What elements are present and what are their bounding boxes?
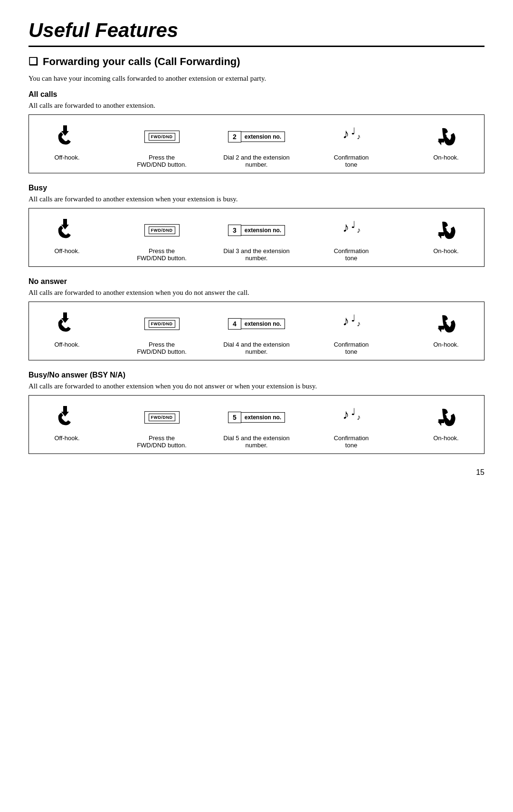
onhook-icon-4	[434, 403, 458, 432]
section-icon: ❑	[28, 56, 38, 68]
svg-text:♪: ♪	[357, 226, 361, 234]
step-dial-4: 5 extension no. Dial 5 and the extension…	[223, 403, 290, 449]
onhook-icon-3	[434, 310, 458, 338]
onhook-label-1: On-hook.	[433, 154, 458, 161]
fwddnd-label-2: Press theFWD/DND button.	[137, 247, 187, 262]
offhook-icon-2	[55, 216, 79, 245]
no-answer-section: No answer All calls are forwarded to ano…	[28, 277, 484, 360]
svg-text:♪: ♪	[342, 220, 349, 235]
bsy-na-section: Busy/No answer (BSY N/A) All calls are f…	[28, 371, 484, 454]
onhook-icon-2	[434, 216, 458, 245]
conftone-icon-2: ♪ ♩ ♪	[339, 216, 364, 245]
busy-section: Busy All calls are forwarded to another …	[28, 184, 484, 267]
conftone-icon-4: ♪ ♩ ♪	[339, 403, 364, 432]
step-fwddnd-3: FWD/DND Press theFWD/DND button.	[129, 310, 195, 355]
main-section-heading: ❑ Forwarding your calls (Call Forwarding…	[28, 56, 484, 68]
fwddnd-icon-4: FWD/DND	[144, 403, 180, 432]
svg-marker-4	[437, 139, 444, 145]
busy-diagram: Off-hook. FWD/DND Press theFWD/DND butto…	[28, 208, 484, 267]
step-fwddnd-2: FWD/DND Press theFWD/DND button.	[129, 216, 195, 262]
ext-label-1: extension no.	[241, 132, 285, 142]
all-calls-diagram: Off-hook. FWD/DND Press theFWD/DND butto…	[28, 114, 484, 173]
svg-text:♪: ♪	[357, 320, 361, 328]
svg-text:♩: ♩	[351, 219, 355, 230]
offhook-label-4: Off-hook.	[54, 434, 79, 442]
offhook-icon-1	[55, 123, 79, 151]
fwddnd-label-1: Press theFWD/DND button.	[137, 154, 187, 168]
step-fwddnd-4: FWD/DND Press theFWD/DND button.	[129, 403, 195, 449]
step-onhook-2: On-hook.	[413, 216, 479, 255]
bsy-na-desc: All calls are forwarded to another exten…	[28, 382, 484, 390]
conftone-icon-3: ♪ ♩ ♪	[339, 310, 364, 338]
step-fwddnd-1: FWD/DND Press theFWD/DND button.	[129, 123, 195, 168]
busy-heading: Busy	[28, 184, 484, 192]
no-answer-heading: No answer	[28, 277, 484, 286]
bsy-na-diagram: Off-hook. FWD/DND Press theFWD/DND butto…	[28, 395, 484, 454]
svg-text:♪: ♪	[342, 407, 349, 422]
svg-text:♩: ♩	[351, 313, 355, 323]
step-dial-1: 2 extension no. Dial 2 and the extension…	[223, 123, 290, 168]
ext-label-4: extension no.	[241, 412, 285, 423]
dial-label-3: Dial 4 and the extensionnumber.	[223, 341, 289, 355]
dial-icon-1: 2 extension no.	[228, 123, 285, 151]
dial-number-2: 3	[228, 225, 241, 236]
step-offhook-4: Off-hook.	[34, 403, 100, 442]
svg-text:♩: ♩	[351, 406, 355, 417]
dial-icon-3: 4 extension no.	[228, 310, 285, 338]
onhook-label-4: On-hook.	[433, 434, 458, 442]
dial-number-4: 5	[228, 412, 241, 423]
all-calls-desc: All calls are forwarded to another exten…	[28, 102, 484, 110]
fwddnd-label-4: Press theFWD/DND button.	[137, 434, 187, 449]
bsy-na-heading: Busy/No answer (BSY N/A)	[28, 371, 484, 379]
intro-text: You can have your incoming calls forward…	[28, 75, 484, 83]
page-number: 15	[28, 468, 484, 477]
svg-text:♪: ♪	[357, 413, 361, 421]
fwddnd-text-1: FWD/DND	[149, 133, 175, 141]
offhook-icon-3	[55, 310, 79, 338]
main-heading-text: Forwarding your calls (Call Forwarding)	[43, 56, 240, 68]
svg-marker-9	[437, 232, 444, 239]
dial-icon-4: 5 extension no.	[228, 403, 285, 432]
dial-icon-2: 3 extension no.	[228, 216, 285, 245]
onhook-label-3: On-hook.	[433, 341, 458, 348]
offhook-label-1: Off-hook.	[54, 154, 79, 161]
title-rule	[28, 46, 484, 47]
step-dial-2: 3 extension no. Dial 3 and the extension…	[223, 216, 290, 262]
step-onhook-1: On-hook.	[413, 123, 479, 161]
step-dial-3: 4 extension no. Dial 4 and the extension…	[223, 310, 290, 355]
fwddnd-label-3: Press theFWD/DND button.	[137, 341, 187, 355]
page-wrapper: Useful Features ❑ Forwarding your calls …	[28, 19, 484, 477]
all-calls-section: All calls All calls are forwarded to ano…	[28, 90, 484, 173]
dial-label-1: Dial 2 and the extensionnumber.	[223, 154, 289, 168]
svg-marker-19	[437, 419, 444, 426]
step-offhook-2: Off-hook.	[34, 216, 100, 255]
offhook-label-3: Off-hook.	[54, 341, 79, 348]
no-answer-diagram: Off-hook. FWD/DND Press theFWD/DND butto…	[28, 302, 484, 360]
svg-text:♪: ♪	[342, 313, 349, 328]
conftone-label-2: Confirmationtone	[334, 247, 369, 262]
no-answer-desc: All calls are forwarded to another exten…	[28, 289, 484, 297]
conftone-label-1: Confirmationtone	[334, 154, 369, 168]
page-title: Useful Features	[28, 19, 484, 42]
conftone-label-4: Confirmationtone	[334, 434, 369, 449]
ext-label-3: extension no.	[241, 319, 285, 329]
svg-text:♪: ♪	[342, 126, 349, 141]
ext-label-2: extension no.	[241, 225, 285, 236]
step-onhook-3: On-hook.	[413, 310, 479, 348]
offhook-label-2: Off-hook.	[54, 247, 79, 255]
fwddnd-icon-1: FWD/DND	[144, 123, 180, 151]
onhook-label-2: On-hook.	[433, 247, 458, 255]
conftone-label-3: Confirmationtone	[334, 341, 369, 355]
step-offhook-3: Off-hook.	[34, 310, 100, 348]
conftone-icon-1: ♪ ♩ ♪	[339, 123, 364, 151]
step-offhook-1: Off-hook.	[34, 123, 100, 161]
all-calls-heading: All calls	[28, 90, 484, 99]
svg-text:♩: ♩	[351, 126, 355, 136]
dial-label-2: Dial 3 and the extensionnumber.	[223, 247, 289, 262]
offhook-icon-4	[55, 403, 79, 432]
fwddnd-icon-2: FWD/DND	[144, 216, 180, 245]
fwddnd-icon-3: FWD/DND	[144, 310, 180, 338]
svg-marker-14	[437, 326, 444, 332]
dial-number-1: 2	[228, 131, 241, 142]
dial-label-4: Dial 5 and the extensionnumber.	[223, 434, 289, 449]
